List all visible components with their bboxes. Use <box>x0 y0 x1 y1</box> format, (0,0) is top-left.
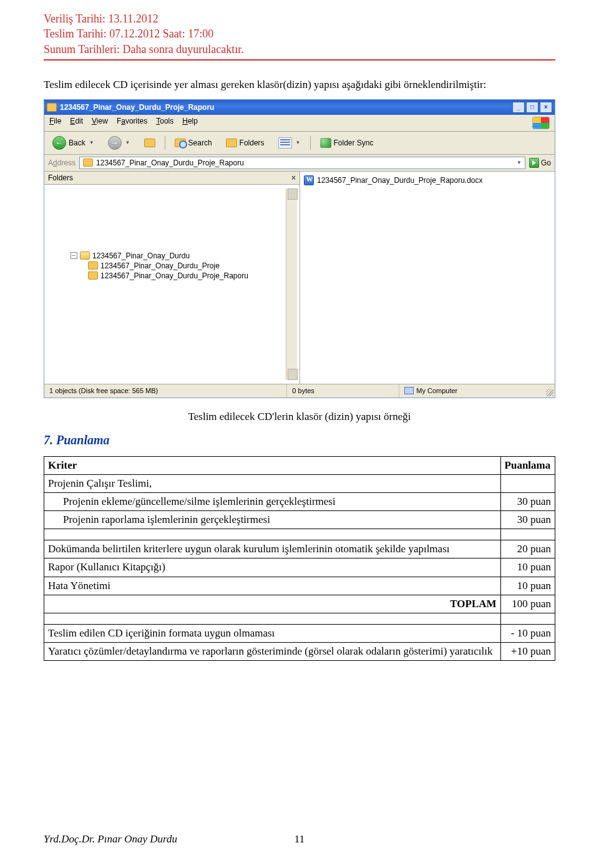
cell-criterion: Rapor (Kullanıcı Kitapçığı) <box>44 558 501 577</box>
go-button[interactable]: Go <box>529 158 551 168</box>
cell-score: 10 puan <box>500 558 555 577</box>
cell-total-label: TOPLAM <box>44 595 501 613</box>
folder-open-icon <box>80 251 90 260</box>
close-folders-pane-button[interactable]: × <box>291 173 296 182</box>
address-bar: Address 1234567_Pinar_Onay_Durdu_Proje_R… <box>44 155 555 172</box>
page-footer: Yrd.Doç.Dr. Pınar Onay Durdu 11 <box>44 833 555 846</box>
folders-pane: Folders × − 1234567_Pinar_Onay_Durdu 123… <box>44 172 300 384</box>
page-number: 11 <box>295 833 304 846</box>
folder-sync-button[interactable]: Folder Sync <box>316 136 378 150</box>
footer-author: Yrd.Doç.Dr. Pınar Onay Durdu <box>44 833 177 846</box>
address-label: Address <box>48 158 75 167</box>
folder-icon <box>88 261 98 270</box>
word-doc-icon <box>304 175 314 185</box>
resize-grip[interactable] <box>546 389 553 396</box>
status-objects: 1 objects (Disk free space: 565 MB) <box>44 384 287 397</box>
status-size: 0 bytes <box>287 384 399 397</box>
menu-bar: File Edit View Favorites Tools Help <box>44 115 555 132</box>
cell-total-score: 100 puan <box>500 595 555 613</box>
folders-label: Folders <box>240 139 265 147</box>
tree-label: 1234567_Pinar_Onay_Durdu_Proje_Raporu <box>100 271 248 280</box>
cell-score: 30 puan <box>500 493 555 511</box>
back-button[interactable]: ← Back ▼ <box>48 134 99 152</box>
grading-table: Kriter Puanlama Projenin Çalışır Teslimi… <box>44 456 555 661</box>
address-field[interactable]: 1234567_Pinar_Onay_Durdu_Proje_Raporu ▼ <box>79 157 525 169</box>
folder-icon <box>47 103 57 112</box>
views-icon <box>278 137 292 149</box>
list-item[interactable]: 1234567_Pinar_Onay_Durdu_Proje_Raporu.do… <box>304 175 551 185</box>
tree-label: 1234567_Pinar_Onay_Durdu <box>92 251 190 260</box>
cell-score: +10 puan <box>500 642 555 660</box>
cell-score: 30 puan <box>500 511 555 529</box>
panes: Folders × − 1234567_Pinar_Onay_Durdu 123… <box>44 172 555 384</box>
collapse-icon[interactable]: − <box>71 252 77 259</box>
forward-arrow-icon: → <box>108 136 122 150</box>
windows-logo-icon <box>532 117 550 129</box>
minimize-button[interactable]: _ <box>512 102 525 113</box>
status-location-label: My Computer <box>416 387 457 394</box>
folders-pane-header: Folders × <box>44 172 300 185</box>
menu-help[interactable]: Help <box>182 117 198 129</box>
separator <box>165 136 165 150</box>
address-value: 1234567_Pinar_Onay_Durdu_Proje_Raporu <box>96 158 244 167</box>
go-label: Go <box>541 158 551 167</box>
menu-view[interactable]: View <box>92 117 108 129</box>
folder-icon <box>83 158 93 167</box>
folders-button[interactable]: Folders <box>222 137 269 149</box>
contents-pane: 1234567_Pinar_Onay_Durdu_Proje_Raporu.do… <box>300 172 555 384</box>
folder-tree: − 1234567_Pinar_Onay_Durdu 1234567_Pinar… <box>44 185 300 384</box>
maximize-button[interactable]: □ <box>526 102 538 113</box>
scrollbar[interactable] <box>286 188 297 380</box>
cell-score: - 10 puan <box>500 624 555 642</box>
search-button[interactable]: Search <box>170 137 217 149</box>
folders-icon <box>226 139 237 147</box>
cell-criterion: Hata Yönetimi <box>44 577 501 595</box>
header-line-1: Veriliş Tarihi: 13.11.2012 <box>44 11 555 26</box>
toolbar: ← Back ▼ → ▼ Search Folders ▼ Folder Syn… <box>44 132 555 155</box>
file-name: 1234567_Pinar_Onay_Durdu_Proje_Raporu.do… <box>317 176 483 185</box>
window-title: 1234567_Pinar_Onay_Durdu_Proje_Raporu <box>60 103 512 112</box>
titlebar[interactable]: 1234567_Pinar_Onay_Durdu_Proje_Raporu _ … <box>44 100 555 115</box>
chevron-down-icon[interactable]: ▼ <box>296 140 301 145</box>
folder-icon <box>88 271 98 280</box>
cell-criterion: Projenin Çalışır Teslimi, <box>44 475 501 493</box>
doc-header: Veriliş Tarihi: 13.11.2012 Teslim Tarihi… <box>44 11 555 61</box>
forward-button[interactable]: → ▼ <box>104 134 135 152</box>
cell-score: 10 puan <box>500 577 555 595</box>
up-button[interactable] <box>140 137 160 149</box>
up-folder-icon <box>144 139 155 147</box>
header-line-3: Sunum Tarihleri: Daha sonra duyurulacakt… <box>44 42 555 57</box>
views-button[interactable]: ▼ <box>274 135 305 150</box>
menu-file[interactable]: File <box>49 117 61 129</box>
section-heading: 7. Puanlama <box>44 433 555 447</box>
menu-favorites[interactable]: Favorites <box>117 117 147 129</box>
search-icon <box>175 139 186 147</box>
cell-criterion: Projenin ekleme/güncelleme/silme işlemle… <box>44 493 501 511</box>
cell-score <box>500 475 555 493</box>
tree-row[interactable]: − 1234567_Pinar_Onay_Durdu <box>71 251 286 261</box>
cell-criterion: Dokümanda belirtilen kriterlere uygun ol… <box>44 540 501 558</box>
back-label: Back <box>69 139 85 147</box>
menu-edit[interactable]: Edit <box>70 117 83 129</box>
cell-score: 20 puan <box>500 540 555 558</box>
explorer-window: 1234567_Pinar_Onay_Durdu_Proje_Raporu _ … <box>44 99 555 398</box>
folders-title-label: Folders <box>48 173 73 182</box>
computer-icon <box>404 387 414 394</box>
chevron-down-icon[interactable]: ▼ <box>125 140 130 145</box>
cell-criterion: Projenin raporlama işlemlerinin gerçekle… <box>44 511 501 529</box>
cell-criterion: Teslim edilen CD içeriğinin formata uygu… <box>44 624 501 642</box>
close-button[interactable]: × <box>540 102 552 113</box>
go-arrow-icon <box>529 158 539 168</box>
chevron-down-icon[interactable]: ▼ <box>517 160 522 165</box>
tree-row[interactable]: 1234567_Pinar_Onay_Durdu_Proje <box>88 261 286 271</box>
status-location: My Computer <box>399 384 555 397</box>
col-header-kriter: Kriter <box>44 456 501 474</box>
intro-paragraph: Teslim edilecek CD içerisinde yer alması… <box>44 78 555 92</box>
chevron-down-icon[interactable]: ▼ <box>89 140 94 145</box>
sync-icon <box>320 138 331 148</box>
status-bar: 1 objects (Disk free space: 565 MB) 0 by… <box>44 384 555 397</box>
header-line-2: Teslim Tarihi: 07.12.2012 Saat: 17:00 <box>44 26 555 41</box>
tree-row[interactable]: 1234567_Pinar_Onay_Durdu_Proje_Raporu <box>88 271 286 281</box>
menu-tools[interactable]: Tools <box>156 117 173 129</box>
cell-criterion: Yaratıcı çözümler/detaylandırma ve rapor… <box>44 642 501 660</box>
